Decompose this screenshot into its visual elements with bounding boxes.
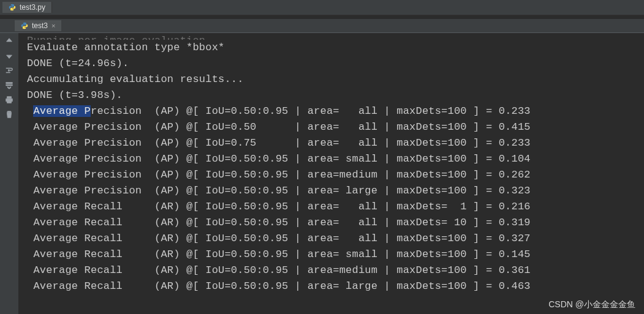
console-line: Evaluate annotation type *bbox* (27, 42, 224, 53)
console-line: Average Precision (AP) @[ IoU=0.50:0.95 … (27, 153, 531, 165)
tool-gutter (0, 33, 18, 314)
editor-tab[interactable]: test3.py (2, 2, 52, 13)
console-output[interactable]: Running per image evaluation...Evaluate … (18, 33, 644, 314)
editor-tab-bar: test3.py (0, 0, 644, 15)
console-line: Accumulating evaluation results... (27, 73, 244, 85)
console-line: recision (AP) @[ IoU=0.50:0.95 | area= a… (91, 105, 531, 117)
editor-tab-filename: test3.py (20, 3, 45, 12)
close-icon[interactable]: × (51, 22, 55, 29)
python-run-icon (21, 22, 28, 29)
watermark: CSDN @小金金金金鱼 (548, 299, 635, 310)
run-tab-name: test3 (32, 21, 48, 30)
run-tab-bar: test3 × (0, 19, 644, 33)
console-line: Average Precision (AP) @[ IoU=0.50:0.95 … (27, 169, 531, 181)
print-icon[interactable] (5, 95, 13, 104)
down-arrow-icon[interactable] (5, 51, 13, 60)
console-selection: Average P (33, 105, 91, 117)
console-line: Average Precision (AP) @[ IoU=0.50 | are… (27, 121, 531, 133)
run-tab[interactable]: test3 × (15, 20, 61, 31)
console-line: Average Recall (AR) @[ IoU=0.50:0.95 | a… (27, 280, 531, 292)
console-line: Average Precision (AP) @[ IoU=0.50:0.95 … (27, 185, 531, 196)
trash-icon[interactable] (5, 110, 13, 119)
console-line: DONE (t=24.96s). (27, 58, 129, 69)
python-file-icon (9, 4, 16, 11)
console-line: Average Recall (AR) @[ IoU=0.50:0.95 | a… (27, 233, 531, 244)
console-line: Average Recall (AR) @[ IoU=0.50:0.95 | a… (27, 249, 531, 260)
soft-wrap-icon[interactable] (5, 66, 13, 75)
scroll-to-end-icon[interactable] (5, 81, 13, 89)
console-line: Average Precision (AP) @[ IoU=0.75 | are… (27, 137, 531, 149)
up-arrow-icon[interactable] (5, 37, 13, 45)
console-line: Average Recall (AR) @[ IoU=0.50:0.95 | a… (27, 264, 531, 276)
console-line: Average Recall (AR) @[ IoU=0.50:0.95 | a… (27, 217, 531, 228)
console-line: DONE (t=3.98s). (27, 89, 123, 101)
console-line: Running per image evaluation... (27, 33, 637, 40)
console-line: Average Recall (AR) @[ IoU=0.50:0.95 | a… (27, 201, 531, 212)
